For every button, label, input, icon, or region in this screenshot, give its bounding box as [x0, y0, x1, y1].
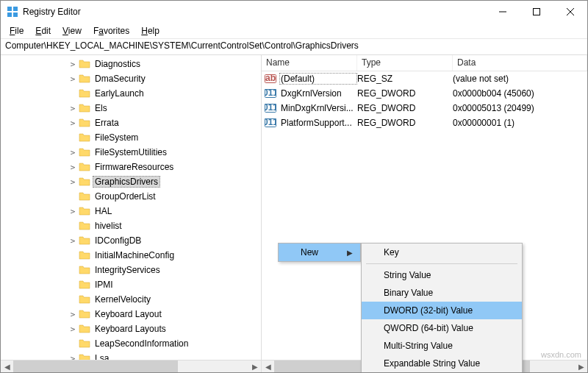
menu-file[interactable]: File	[4, 24, 29, 38]
col-data[interactable]: Data	[453, 55, 587, 71]
expand-icon[interactable]: >	[67, 60, 79, 69]
tree-item[interactable]: >Errata	[1, 116, 261, 130]
tree-item[interactable]: >GraphicsDrivers	[1, 174, 261, 189]
tree-item[interactable]: >DmaSecurity	[1, 71, 261, 86]
folder-icon	[79, 249, 90, 261]
value-name: (Default)	[279, 73, 357, 85]
context-item-new[interactable]: New ▶	[279, 244, 360, 261]
value-data: 0x00005013 (20499)	[453, 103, 587, 113]
tree-item[interactable]: >Keyboard Layout	[1, 307, 261, 322]
expand-icon[interactable]: >	[67, 74, 79, 84]
svg-text:011: 011	[265, 102, 276, 113]
tree-item[interactable]: >Lsa	[1, 351, 261, 360]
tree-item[interactable]: LeapSecondInformation	[1, 336, 261, 351]
scroll-right-icon[interactable]: ▶	[248, 360, 261, 373]
expand-icon[interactable]: >	[67, 354, 79, 360]
tree-item-label: InitialMachineConfig	[93, 249, 176, 261]
tree-item[interactable]: >HAL	[1, 204, 261, 219]
expand-icon[interactable]: >	[67, 236, 79, 246]
value-row[interactable]: 011PlatformSupport...REG_DWORD0x00000001…	[262, 116, 587, 130]
col-type[interactable]: Type	[357, 55, 453, 71]
tree-item-label: Diagnostics	[93, 58, 143, 70]
value-row[interactable]: 011DxgKrnlVersionREG_DWORD0x0000b004 (45…	[262, 86, 587, 101]
menu-help[interactable]: Help	[135, 24, 165, 38]
tree-item[interactable]: >Els	[1, 101, 261, 116]
expand-icon[interactable]: >	[67, 324, 79, 334]
tree-item-label: Els	[93, 102, 110, 114]
folder-icon	[79, 279, 90, 291]
context-item[interactable]: Expandable String Value	[362, 355, 522, 372]
tree-hscroll[interactable]: ◀ ▶	[1, 360, 261, 372]
expand-icon[interactable]: >	[67, 118, 79, 128]
scroll-right-icon[interactable]: ▶	[575, 360, 587, 373]
watermark: wsxdn.com	[541, 350, 581, 359]
context-item[interactable]: Binary Value	[362, 284, 522, 302]
tree-item[interactable]: >FirmwareResources	[1, 160, 261, 174]
tree-item[interactable]: IPMI	[1, 277, 261, 292]
tree-pane: >Diagnostics>DmaSecurityEarlyLaunch>Els>…	[1, 55, 262, 372]
tree-item-label: IDConfigDB	[93, 235, 143, 246]
svg-rect-5	[534, 9, 540, 15]
value-row[interactable]: 011MinDxgKrnlVersi...REG_DWORD0x00005013…	[262, 101, 587, 116]
folder-icon	[79, 191, 90, 202]
folder-icon	[79, 161, 90, 173]
tree-item[interactable]: InitialMachineConfig	[1, 248, 261, 263]
context-item[interactable]: Multi-String Value	[362, 337, 522, 355]
expand-icon[interactable]: >	[67, 163, 79, 172]
minimize-button[interactable]	[486, 1, 520, 23]
scroll-left-icon[interactable]: ◀	[262, 360, 274, 373]
expand-icon[interactable]: >	[67, 207, 79, 216]
tree-item[interactable]: FileSystem	[1, 130, 261, 145]
svg-rect-0	[7, 7, 12, 11]
value-data: 0x00000001 (1)	[453, 118, 587, 128]
tree-item-label: GraphicsDrivers	[93, 176, 160, 188]
address-bar[interactable]: Computer\HKEY_LOCAL_MACHINE\SYSTEM\Curre…	[1, 39, 587, 55]
context-menu-parent: New ▶	[278, 243, 361, 262]
title-bar: Registry Editor	[1, 1, 587, 23]
tree-item-label: FileSystemUtilities	[93, 146, 169, 158]
tree-item[interactable]: IntegrityServices	[1, 263, 261, 277]
tree-item[interactable]: >Diagnostics	[1, 57, 261, 71]
expand-icon[interactable]: >	[67, 177, 79, 187]
tree-item[interactable]: EarlyLaunch	[1, 86, 261, 101]
folder-icon	[79, 73, 90, 85]
folder-icon	[79, 117, 90, 129]
folder-icon	[79, 264, 90, 276]
expand-icon[interactable]: >	[67, 104, 79, 113]
window-title: Registry Editor	[23, 7, 486, 17]
scroll-left-icon[interactable]: ◀	[1, 360, 13, 373]
menu-edit[interactable]: Edit	[29, 24, 57, 38]
tree-item-label: Keyboard Layouts	[93, 323, 168, 335]
svg-text:011: 011	[265, 88, 276, 98]
tree-item[interactable]: >FileSystemUtilities	[1, 145, 261, 160]
expand-icon[interactable]: >	[67, 310, 79, 319]
tree-item[interactable]: KernelVelocity	[1, 292, 261, 307]
tree-item[interactable]: >IDConfigDB	[1, 233, 261, 248]
context-item[interactable]: DWORD (32-bit) Value	[362, 302, 522, 319]
svg-rect-2	[7, 13, 12, 17]
tree-item[interactable]: GroupOrderList	[1, 189, 261, 204]
context-item[interactable]: QWORD (64-bit) Value	[362, 319, 522, 337]
menu-favorites[interactable]: Favorites	[87, 24, 135, 38]
tree-item[interactable]: >Keyboard Layouts	[1, 322, 261, 336]
folder-icon	[79, 294, 90, 305]
context-item[interactable]: Key	[362, 244, 522, 261]
folder-icon	[79, 308, 90, 320]
value-type-icon: 011	[265, 117, 276, 129]
tree-view[interactable]: >Diagnostics>DmaSecurityEarlyLaunch>Els>…	[1, 55, 261, 360]
value-row[interactable]: ab(Default)REG_SZ(value not set)	[262, 71, 587, 86]
expand-icon[interactable]: >	[67, 148, 79, 157]
maximize-button[interactable]	[520, 1, 553, 23]
menu-view[interactable]: View	[57, 24, 87, 38]
tree-item-label: KernelVelocity	[93, 294, 153, 305]
tree-item-label: DmaSecurity	[93, 73, 148, 85]
svg-rect-3	[13, 13, 18, 17]
folder-icon	[79, 88, 90, 99]
context-item[interactable]: String Value	[362, 266, 522, 284]
col-name[interactable]: Name	[262, 55, 357, 71]
tree-item[interactable]: hivelist	[1, 219, 261, 233]
close-button[interactable]	[553, 1, 587, 23]
folder-icon	[79, 323, 90, 335]
list-header: Name Type Data	[262, 55, 587, 71]
tree-item-label: Lsa	[93, 352, 111, 360]
